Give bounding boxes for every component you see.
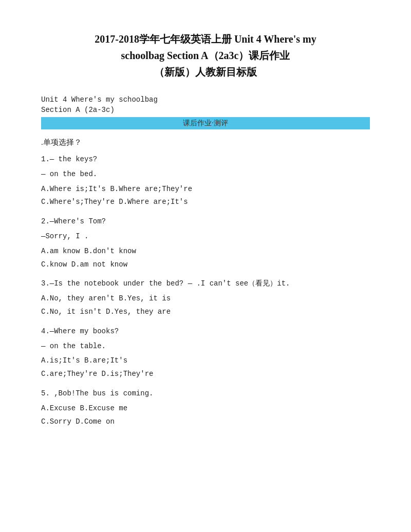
- options-row-ab: A.am know B.don't know: [41, 245, 370, 258]
- subtitle-line2: Section A (2a-3c): [41, 106, 370, 114]
- page-title-block: 2017-2018学年七年级英语上册 Unit 4 Where's my sch…: [41, 31, 370, 80]
- title-line2: schoolbag Section A（2a3c）课后作业: [121, 50, 290, 61]
- question-stem-line2: — on the table.: [41, 340, 370, 353]
- options-row-cd: C.Where's;They're D.Where are;It's: [41, 196, 370, 208]
- title-line1: 2017-2018学年七年级英语上册 Unit 4 Where's my: [95, 33, 316, 45]
- options-row-ab: A.is;It's B.are;It's: [41, 355, 370, 367]
- options-row-cd: C.know D.am not know: [41, 259, 370, 271]
- subtitle-block: Unit 4 Where's my schoolbag Section A (2…: [41, 96, 370, 114]
- question-stem-line2: —Sorry, I .: [41, 231, 370, 243]
- question-stem-line1: 5. ,Bob!The bus is coming.: [41, 388, 370, 400]
- question-block: 1.— the keys?— on the bed.A.Where is;It'…: [41, 154, 370, 208]
- section-banner: 课后作业·测评: [41, 117, 370, 129]
- options-row-cd: C.are;They're D.is;They're: [41, 368, 370, 381]
- subtitle-line1: Unit 4 Where's my schoolbag: [41, 96, 370, 104]
- question-block: 2.—Where's Tom?—Sorry, I .A.am know B.do…: [41, 216, 370, 271]
- page-title: 2017-2018学年七年级英语上册 Unit 4 Where's my sch…: [41, 31, 370, 80]
- question-stem-line1: 3.—Is the notebook under the bed? — .I c…: [41, 278, 370, 290]
- question-stem-line2: — on the bed.: [41, 168, 370, 181]
- options-row-cd: C.No, it isn't D.Yes, they are: [41, 306, 370, 318]
- options-row-ab: A.No, they aren't B.Yes, it is: [41, 293, 370, 305]
- questions-container: 1.— the keys?— on the bed.A.Where is;It'…: [41, 154, 370, 428]
- title-line3: （新版）人教新目标版: [154, 66, 257, 78]
- question-block: 3.—Is the notebook under the bed? — .I c…: [41, 278, 370, 318]
- options-row-ab: A.Where is;It's B.Where are;They're: [41, 183, 370, 196]
- options-row-ab: A.Excuse B.Excuse me: [41, 403, 370, 415]
- question-stem-line1: 2.—Where's Tom?: [41, 216, 370, 228]
- question-stem-line1: 1.— the keys?: [41, 154, 370, 166]
- section-type-label: .单项选择？: [41, 138, 370, 147]
- banner-text: 课后作业·测评: [183, 119, 228, 127]
- question-block: 5. ,Bob!The bus is coming.A.Excuse B.Exc…: [41, 388, 370, 428]
- question-block: 4.—Where my books?— on the table.A.is;It…: [41, 326, 370, 381]
- options-row-cd: C.Sorry D.Come on: [41, 416, 370, 428]
- question-stem-line1: 4.—Where my books?: [41, 326, 370, 338]
